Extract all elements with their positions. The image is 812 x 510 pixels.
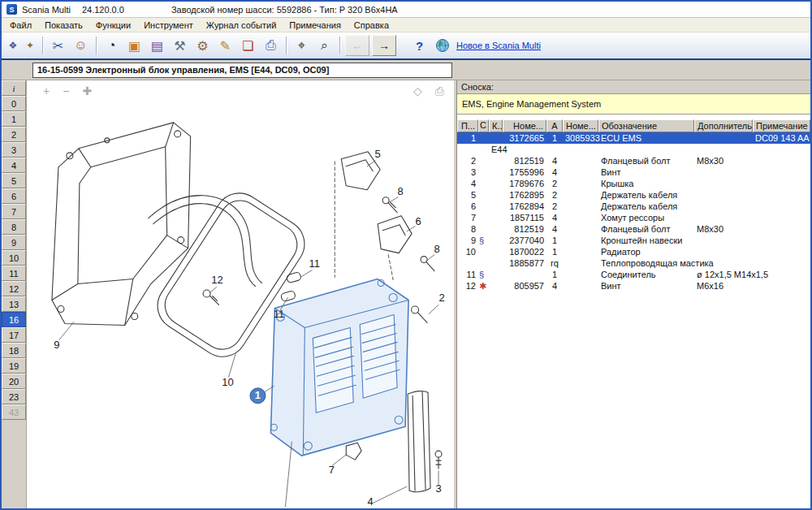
menu-item-2[interactable]: Функции [89, 19, 137, 32]
callout-7[interactable]: 7 [329, 464, 335, 476]
table-row[interactable]: 1018700221Радиатор [457, 246, 810, 257]
sidebar-item-12[interactable]: 12 [2, 281, 26, 296]
table-row[interactable]: 12✱8059574ВинтM6x16 [457, 280, 810, 292]
menu-item-0[interactable]: Файл [3, 19, 38, 32]
screw-3[interactable] [435, 451, 442, 469]
sidebar-item-9[interactable]: 9 [2, 235, 26, 250]
sidebar-item-10[interactable]: 10 [2, 250, 26, 266]
screw-8b[interactable] [421, 257, 434, 271]
connector-11b[interactable] [280, 290, 296, 301]
sidebar-item-18[interactable]: 18 [2, 343, 26, 358]
cover-6[interactable] [378, 216, 412, 253]
tools-icon[interactable]: ⚙ [192, 35, 214, 56]
table-group-row[interactable]: E44 [457, 144, 810, 155]
sidebar-item-17[interactable]: 17 [2, 327, 26, 343]
footnote-value[interactable]: EMS, Engine Management System [457, 93, 810, 115]
column-header-7[interactable]: Дополнительн... [694, 119, 753, 132]
callout-11a[interactable]: 11 [309, 257, 320, 270]
callout-10[interactable]: 10 [222, 376, 233, 388]
callout-6[interactable]: 6 [415, 215, 421, 227]
screw-8a[interactable] [382, 197, 397, 213]
forward-icon[interactable]: → [372, 35, 396, 56]
sidebar-item-1[interactable]: 1 [2, 111, 26, 127]
sidebar-item-5[interactable]: 5 [2, 173, 26, 188]
column-header-1[interactable]: С [478, 119, 489, 132]
pan-icon[interactable]: ✚ [82, 85, 92, 97]
menu-item-4[interactable]: Журнал событий [200, 19, 283, 32]
callout-11b[interactable]: 11 [274, 308, 284, 320]
note-edit-icon[interactable]: ✎ [214, 35, 236, 56]
table-row[interactable]: 718571154Хомут рессоры [457, 212, 810, 223]
zoom-out-icon[interactable]: − [63, 85, 69, 97]
table-row[interactable]: 317559964Винт [457, 166, 810, 178]
column-header-4[interactable]: А [546, 119, 563, 132]
table-row[interactable]: 617628942Держатель кабеля [457, 201, 810, 212]
cover-4[interactable] [408, 391, 430, 492]
sidebar-item-i[interactable]: i [2, 80, 26, 96]
table-row[interactable]: 1885877rqТеплопроводящая мастика [457, 257, 810, 269]
sidebar-item-6[interactable]: 6 [2, 188, 26, 204]
table-row[interactable]: 9§23770401Кронштейн навески [457, 235, 810, 246]
clear-highlight-icon[interactable]: ◇ [413, 85, 422, 97]
sidebar-item-20[interactable]: 20 [2, 374, 26, 389]
sidebar-item-13[interactable]: 13 [2, 296, 26, 312]
search-results-icon[interactable]: ⌕ [313, 35, 335, 56]
column-header-3[interactable]: Номе... [503, 119, 546, 132]
callout-3[interactable]: 3 [435, 482, 441, 495]
column-header-5[interactable]: Номе... [563, 119, 598, 132]
table-row[interactable]: 417896762Крышка [457, 178, 810, 189]
wrench-icon[interactable]: ⚒ [169, 35, 191, 56]
column-header-8[interactable]: Примечание [753, 119, 810, 132]
clip-7[interactable] [346, 443, 361, 460]
screw-2[interactable] [412, 306, 427, 322]
table-row[interactable]: 517628952Держатель кабеля [457, 189, 810, 201]
zoom-in-icon[interactable]: + [43, 85, 50, 97]
window-tree-icon[interactable]: ❖ [5, 37, 21, 54]
connector-11a[interactable] [286, 272, 301, 283]
sidebar-item-8[interactable]: 8 [2, 219, 26, 235]
table-row[interactable]: 28125194Фланцевый болтM8x30 [457, 155, 810, 166]
callout-2[interactable]: 2 [438, 292, 444, 304]
column-header-0[interactable]: П... [457, 119, 478, 132]
menu-item-6[interactable]: Справка [348, 19, 395, 32]
sidebar-item-19[interactable]: 19 [2, 358, 26, 374]
menu-item-1[interactable]: Показать [38, 19, 89, 32]
sidebar-item-43[interactable]: 43 [2, 404, 26, 420]
operator-icon[interactable]: ☺ [70, 35, 92, 56]
catalog-icon[interactable]: ▤ [146, 35, 168, 56]
stopwatch-icon[interactable]: ◔ [101, 35, 123, 56]
callout-8a[interactable]: 8 [398, 185, 404, 197]
sidebar-item-4[interactable]: 4 [2, 158, 26, 173]
cable-harness[interactable] [149, 196, 262, 287]
back-icon[interactable]: ← [345, 35, 369, 56]
table-row[interactable]: 1317266513085933ECU EMSDC09 143 AA [457, 132, 810, 144]
package-icon[interactable]: ▣ [123, 35, 145, 56]
frame-bracket[interactable] [52, 123, 191, 326]
callout-8b[interactable]: 8 [434, 243, 439, 255]
table-row[interactable]: 88125194Фланцевый болтM8x30 [457, 223, 810, 235]
callout-9[interactable]: 9 [54, 339, 59, 351]
print-diagram-icon[interactable]: ⎙ [435, 85, 444, 97]
callout-4[interactable]: 4 [368, 495, 374, 508]
search-icon[interactable]: ⌖ [291, 35, 313, 56]
column-header-6[interactable]: Обозначение [598, 119, 694, 132]
help-icon[interactable]: ? [408, 35, 430, 56]
printer-icon[interactable]: ⎙ [260, 35, 282, 56]
sidebar-item-2[interactable]: 2 [2, 127, 26, 142]
callout-12[interactable]: 12 [211, 274, 222, 286]
sidebar-item-16[interactable]: 16 [2, 312, 26, 327]
menu-item-5[interactable]: Примечания [283, 19, 348, 32]
sidebar-item-7[interactable]: 7 [2, 204, 26, 219]
column-header-2[interactable]: К... [489, 119, 503, 132]
menu-item-3[interactable]: Инструмент [137, 19, 200, 32]
sidebar-item-3[interactable]: 3 [2, 142, 26, 158]
notes-icon[interactable]: ❏ [237, 35, 259, 56]
globe-icon[interactable] [435, 38, 450, 53]
callout-5[interactable]: 5 [375, 148, 381, 160]
cut-icon[interactable]: ✂ [47, 35, 69, 56]
ecu-unit[interactable] [270, 279, 408, 456]
sidebar-item-23[interactable]: 23 [2, 389, 26, 404]
window-search-icon[interactable]: ✦ [22, 37, 38, 54]
sidebar-item-0[interactable]: 0 [2, 96, 26, 111]
table-row[interactable]: 11§1Соединительø 12x1,5 M14x1,5 [457, 269, 810, 280]
